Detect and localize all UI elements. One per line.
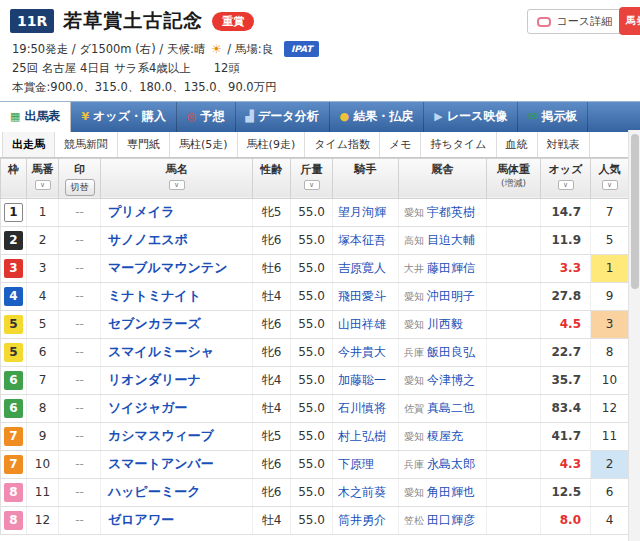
tab-icon: ● [340, 111, 350, 122]
jockey-link[interactable]: 今井貴大 [338, 345, 386, 359]
horse-name-link[interactable]: サノノエスポ [108, 232, 188, 247]
baken-button[interactable]: 馬券 [619, 7, 640, 35]
column-header: 馬名 ∨ [101, 158, 253, 198]
horse-name-link[interactable]: カシマスウィーブ [108, 428, 214, 443]
subtab-item[interactable]: 専門紙 [118, 132, 170, 157]
sort-button[interactable]: ∨ [35, 180, 51, 190]
subtab-item[interactable]: 競馬新聞 [55, 132, 118, 157]
trainer-link[interactable]: 今津博之 [427, 373, 475, 387]
jockey-link[interactable]: 下原理 [338, 457, 374, 471]
tab-item[interactable]: ¥ オッズ・購入 [71, 102, 177, 132]
subtab-item[interactable]: タイム指数 [305, 132, 380, 157]
sun-icon: ☀ [211, 42, 222, 56]
mark-cell[interactable]: -- [59, 226, 101, 254]
subtab-item[interactable]: 馬柱(5走) [170, 132, 238, 157]
jockey-link[interactable]: 山田祥雄 [338, 317, 386, 331]
jockey-link[interactable]: 石川慎将 [338, 401, 386, 415]
horse-name-link[interactable]: ミナトミナイト [108, 288, 201, 303]
tab-item[interactable]: ▦ 出馬表 [0, 102, 71, 132]
sex-age: 牝6 [253, 310, 291, 338]
carried-weight: 55.0 [291, 450, 333, 478]
mark-cell[interactable]: -- [59, 310, 101, 338]
mark-cell[interactable]: -- [59, 198, 101, 226]
stable-cell: 高知目迫大輔 [399, 226, 487, 254]
sort-button[interactable]: ∨ [602, 180, 618, 190]
subtab-item[interactable]: 馬柱(9走) [238, 132, 306, 157]
horse-name-link[interactable]: スマートアンバー [108, 456, 214, 471]
horse-name-link[interactable]: ハッピーミーク [108, 484, 201, 499]
waku-cell: 6 [1, 366, 27, 394]
horse-name-link[interactable]: リオンダリーナ [108, 372, 201, 387]
horse-name-link[interactable]: スマイルミーシャ [108, 344, 214, 359]
sort-button[interactable]: ∨ [558, 180, 574, 190]
horse-number: 5 [27, 310, 59, 338]
scrollbar[interactable] [628, 130, 640, 541]
tab-item[interactable]: ◎ 予想 [177, 102, 236, 132]
jockey-link[interactable]: 木之前葵 [338, 485, 386, 499]
horse-weight [487, 198, 541, 226]
horse-name-cell: リオンダリーナ [101, 366, 253, 394]
sort-button[interactable]: ∨ [169, 180, 185, 190]
horse-name-link[interactable]: ソイジャガー [108, 400, 188, 415]
carried-weight: 55.0 [291, 282, 333, 310]
horse-row: 5 6 -- スマイルミーシャ 牝6 55.0 今井貴大 兵庫飯田良弘 22.7… [1, 338, 629, 366]
trainer-link[interactable]: 川西毅 [427, 317, 463, 331]
subtab-item[interactable]: 出走馬 [2, 132, 55, 157]
horse-name-link[interactable]: プリメイラ [108, 204, 175, 219]
jockey-link[interactable]: 望月洵輝 [338, 205, 386, 219]
horse-name-link[interactable]: セブンカラーズ [108, 316, 201, 331]
race-title: 若草賞土古記念 [63, 8, 203, 34]
horse-name-link[interactable]: マーブルマウンテン [108, 260, 227, 275]
trainer-link[interactable]: 榎屋充 [427, 429, 463, 443]
stable-cell: 笠松田口輝彦 [399, 506, 487, 534]
mark-cell[interactable]: -- [59, 282, 101, 310]
mark-cell[interactable]: -- [59, 394, 101, 422]
grade-badge: 重賞 [212, 12, 254, 31]
subtab-item[interactable]: メモ [380, 132, 422, 157]
tab-item[interactable]: ▟ データ分析 [236, 102, 330, 132]
course-detail-button[interactable]: コース詳細 [527, 9, 622, 34]
subtab-item[interactable]: 持ちタイム [421, 132, 496, 157]
subtab-item[interactable]: 血統 [497, 132, 538, 157]
mark-cell[interactable]: -- [59, 450, 101, 478]
course-detail-label: コース詳細 [556, 14, 612, 29]
trainer-link[interactable]: 田口輝彦 [427, 513, 475, 527]
jockey-link[interactable]: 吉原寛人 [338, 261, 386, 275]
trainer-link[interactable]: 真島二也 [427, 401, 475, 415]
horse-number: 9 [27, 422, 59, 450]
mark-cell[interactable]: -- [59, 254, 101, 282]
race-card-page: 11R 若草賞土古記念 重賞 19:50発走 / ダ1500m (右) / 天候… [0, 0, 640, 535]
mark-cell[interactable]: -- [59, 366, 101, 394]
horse-name-link[interactable]: ゼロアワー [108, 512, 174, 527]
carried-weight: 55.0 [291, 254, 333, 282]
trainer-link[interactable]: 永島太郎 [427, 457, 475, 471]
mark-toggle-button[interactable]: 切替 [65, 179, 95, 196]
scrollbar-thumb[interactable] [631, 134, 639, 289]
odds-value: 27.8 [551, 289, 581, 303]
jockey-link[interactable]: 飛田愛斗 [338, 289, 386, 303]
trainer-link[interactable]: 藤田輝信 [427, 261, 475, 275]
sort-button[interactable]: ∨ [304, 180, 320, 190]
jockey-link[interactable]: 村上弘樹 [338, 429, 386, 443]
trainer-link[interactable]: 沖田明子 [427, 289, 475, 303]
tab-item[interactable]: ● 結果・払戻 [330, 102, 425, 132]
jockey-link[interactable]: 筒井勇介 [338, 513, 386, 527]
jockey-link[interactable]: 塚本征吾 [338, 233, 386, 247]
column-header: 騎手 [333, 158, 399, 198]
mark-cell[interactable]: -- [59, 478, 101, 506]
jockey-link[interactable]: 加藤聡一 [338, 373, 386, 387]
jockey-cell: 吉原寛人 [333, 254, 399, 282]
horse-number: 11 [27, 478, 59, 506]
tab-item[interactable]: ▶ レース映像 [424, 102, 518, 132]
trainer-link[interactable]: 宇都英樹 [427, 205, 475, 219]
tab-item[interactable]: ✉ 掲示板 [518, 102, 588, 132]
ipat-badge[interactable]: IPAT [284, 41, 320, 57]
sex-age: 牝6 [253, 450, 291, 478]
trainer-link[interactable]: 角田輝也 [427, 485, 475, 499]
trainer-link[interactable]: 飯田良弘 [427, 345, 475, 359]
mark-cell[interactable]: -- [59, 422, 101, 450]
trainer-link[interactable]: 目迫大輔 [427, 233, 475, 247]
subtab-item[interactable]: 対戦表 [538, 132, 590, 157]
mark-cell[interactable]: -- [59, 338, 101, 366]
mark-cell[interactable]: -- [59, 506, 101, 534]
